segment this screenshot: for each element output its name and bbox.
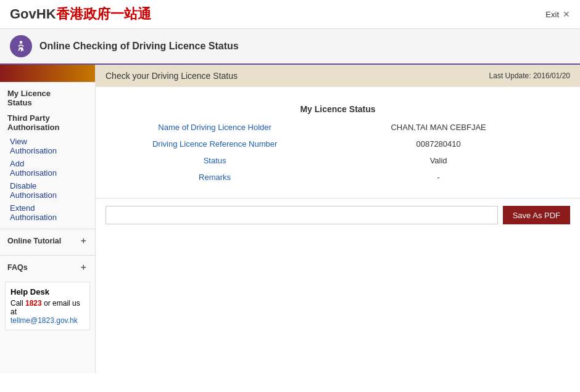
view-auth-label: Authorisation bbox=[10, 146, 57, 155]
row-value-3: - bbox=[315, 169, 561, 186]
top-header: GovHK香港政府一站通 Exit ✕ bbox=[0, 0, 580, 29]
help-email[interactable]: tellme@1823.gov.hk bbox=[10, 316, 78, 325]
table-row: Status Valid bbox=[114, 152, 561, 169]
faqs-label: FAQs bbox=[7, 263, 28, 272]
disable-auth-label: Authorisation bbox=[10, 190, 57, 200]
add-auth-label: Authorisation bbox=[10, 168, 57, 178]
help-desk-box: Help Desk Call 1823 or email us at tellm… bbox=[5, 282, 90, 330]
licence-table-wrapper: My Licence Status Name of Driving Licenc… bbox=[96, 87, 580, 198]
table-heading: My Licence Status bbox=[114, 99, 561, 119]
service-bar: Online Checking of Driving Licence Statu… bbox=[0, 29, 580, 65]
my-licence-label: My Licence bbox=[7, 89, 51, 98]
row-value-2: Valid bbox=[315, 152, 561, 169]
online-tutorial-section: Online Tutorial ＋ bbox=[0, 229, 95, 250]
sidebar-item-my-licence[interactable]: My Licence Status bbox=[0, 86, 95, 110]
third-party-label: Third Party bbox=[7, 113, 50, 123]
row-value-1: 0087280410 bbox=[315, 136, 561, 152]
logo-gov: Gov bbox=[10, 6, 36, 22]
exit-label: Exit bbox=[545, 10, 559, 19]
row-label-2: Status bbox=[114, 152, 315, 169]
sidebar-item-add-auth[interactable]: Add Authorisation bbox=[0, 157, 95, 179]
sidebar-item-disable-auth[interactable]: Disable Authorisation bbox=[0, 179, 95, 202]
sidebar-item-view-auth[interactable]: View Authorisation bbox=[0, 135, 95, 157]
faqs-toggle[interactable]: FAQs ＋ bbox=[0, 258, 95, 277]
sidebar: My Licence Status Third Party Authorisat… bbox=[0, 65, 96, 373]
extend-auth-label: Authorisation bbox=[10, 213, 57, 222]
action-bar: Save As PDF bbox=[96, 198, 580, 232]
table-row: Name of Driving Licence Holder CHAN,TAI … bbox=[114, 119, 561, 136]
main-layout: My Licence Status Third Party Authorisat… bbox=[0, 65, 580, 373]
licence-table: My Licence Status Name of Driving Licenc… bbox=[114, 99, 561, 186]
logo-chinese: 香港政府一站通 bbox=[56, 6, 151, 22]
content-header: Check your Driving Licence Status Last U… bbox=[96, 65, 580, 87]
sidebar-item-third-party-auth[interactable]: Third Party Authorisation bbox=[0, 110, 95, 135]
row-label-3: Remarks bbox=[114, 169, 315, 186]
save-pdf-button[interactable]: Save As PDF bbox=[503, 206, 570, 224]
faqs-plus-icon: ＋ bbox=[79, 262, 88, 273]
pedestrian-icon bbox=[14, 39, 28, 53]
pdf-filename-input[interactable] bbox=[106, 206, 498, 224]
disable-label: Disable bbox=[10, 181, 36, 190]
view-label: View bbox=[10, 137, 27, 146]
table-row: Driving Licence Reference Number 0087280… bbox=[114, 136, 561, 152]
status-label: Status bbox=[7, 98, 32, 107]
close-icon[interactable]: ✕ bbox=[563, 9, 570, 19]
help-text1: Call bbox=[10, 299, 25, 308]
plus-icon: ＋ bbox=[79, 235, 88, 247]
svg-point-0 bbox=[20, 41, 23, 44]
check-title: Check your Driving Licence Status bbox=[106, 71, 238, 81]
extend-label: Extend bbox=[10, 203, 35, 213]
row-label-1: Driving Licence Reference Number bbox=[114, 136, 315, 152]
row-value-0: CHAN,TAI MAN CEBFJAE bbox=[315, 119, 561, 136]
govhk-logo: GovHK香港政府一站通 bbox=[10, 5, 151, 23]
last-update-label: Last Update: bbox=[489, 71, 533, 80]
service-icon bbox=[10, 35, 32, 57]
online-tutorial-toggle[interactable]: Online Tutorial ＋ bbox=[0, 232, 95, 250]
content-area: Check your Driving Licence Status Last U… bbox=[96, 65, 580, 373]
help-phone[interactable]: 1823 bbox=[25, 299, 42, 308]
logo-hk: HK bbox=[36, 6, 56, 22]
add-label: Add bbox=[10, 159, 24, 168]
row-label-0: Name of Driving Licence Holder bbox=[114, 119, 315, 136]
faqs-section: FAQs ＋ bbox=[0, 255, 95, 277]
sidebar-item-extend-auth[interactable]: Extend Authorisation bbox=[0, 202, 95, 224]
online-tutorial-label: Online Tutorial bbox=[7, 237, 61, 245]
last-update-value: 2016/01/20 bbox=[533, 71, 570, 80]
sidebar-nav: My Licence Status Third Party Authorisat… bbox=[0, 82, 95, 339]
last-update: Last Update: 2016/01/20 bbox=[489, 71, 570, 80]
table-row: Remarks - bbox=[114, 169, 561, 186]
authorisation-main-label: Authorisation bbox=[7, 123, 60, 132]
exit-button[interactable]: Exit ✕ bbox=[545, 9, 570, 19]
help-desk-title: Help Desk bbox=[10, 287, 85, 296]
sidebar-header bbox=[0, 65, 95, 82]
service-title: Online Checking of Driving Licence Statu… bbox=[39, 41, 239, 52]
